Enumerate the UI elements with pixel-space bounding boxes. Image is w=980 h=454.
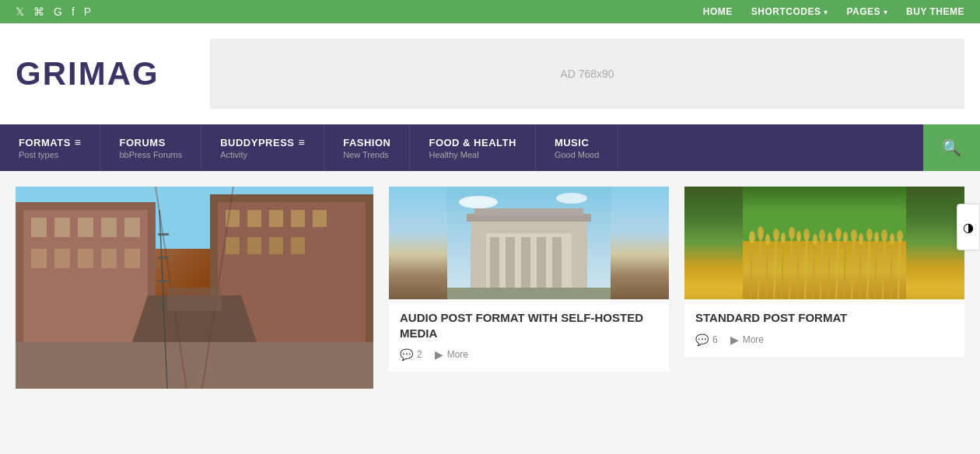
field-image bbox=[684, 187, 964, 299]
svg-point-72 bbox=[773, 229, 779, 241]
nav-item-formats[interactable]: FORMATS ≡ Post types bbox=[0, 124, 100, 171]
facebook-icon[interactable]: f bbox=[72, 5, 75, 18]
card-standard-post: STANDARD POST FORMAT 💬 6 ▶ More bbox=[684, 187, 964, 357]
svg-rect-25 bbox=[16, 342, 373, 389]
street-image bbox=[16, 187, 373, 389]
standard-post-title: STANDARD POST FORMAT bbox=[695, 310, 954, 326]
pages-chevron-icon: ▾ bbox=[884, 8, 887, 16]
twitter-icon[interactable]: 𝕏 bbox=[16, 5, 24, 18]
standard-post-comment-count: 6 bbox=[712, 334, 718, 345]
svg-point-76 bbox=[803, 229, 810, 241]
svg-point-45 bbox=[459, 196, 498, 208]
comment-icon: 💬 bbox=[695, 334, 709, 346]
svg-rect-11 bbox=[101, 249, 117, 268]
svg-rect-6 bbox=[101, 218, 117, 237]
formats-subtitle: Post types bbox=[19, 150, 81, 159]
svg-rect-30 bbox=[158, 257, 169, 259]
svg-rect-31 bbox=[158, 280, 169, 282]
svg-point-85 bbox=[874, 232, 879, 243]
pages-dropdown[interactable]: PAGES ▾ bbox=[846, 6, 887, 17]
standard-post-more-link[interactable]: ▶ More bbox=[730, 334, 764, 346]
home-link[interactable]: HOME bbox=[703, 6, 733, 17]
card-large-street bbox=[16, 187, 373, 389]
svg-rect-32 bbox=[158, 303, 169, 306]
svg-rect-21 bbox=[247, 237, 261, 254]
shortcodes-dropdown[interactable]: SHORTCODES ▾ bbox=[751, 6, 828, 17]
svg-rect-12 bbox=[124, 249, 140, 268]
audio-post-comment-count: 2 bbox=[417, 349, 422, 360]
svg-rect-16 bbox=[247, 210, 261, 227]
sidebar-toggle[interactable]: ◑ bbox=[957, 204, 980, 250]
svg-point-74 bbox=[789, 227, 795, 239]
svg-point-77 bbox=[813, 234, 817, 245]
svg-rect-23 bbox=[291, 237, 305, 254]
shortcodes-chevron-icon: ▾ bbox=[824, 8, 828, 16]
nav-item-music[interactable]: MUSIC Good Mood bbox=[536, 124, 618, 171]
svg-point-80 bbox=[835, 228, 842, 240]
svg-point-87 bbox=[890, 233, 894, 244]
pages-link[interactable]: PAGES bbox=[846, 6, 880, 17]
fashion-title: FASHION bbox=[343, 137, 390, 148]
buy-theme-link[interactable]: BUY THEME bbox=[906, 6, 964, 17]
svg-point-82 bbox=[851, 229, 857, 242]
shortcodes-link[interactable]: SHORTCODES bbox=[751, 6, 821, 17]
svg-point-73 bbox=[781, 232, 786, 243]
svg-rect-18 bbox=[291, 210, 305, 227]
pinterest-icon[interactable]: P bbox=[84, 5, 91, 18]
svg-point-79 bbox=[828, 232, 832, 243]
svg-point-83 bbox=[859, 233, 863, 244]
buddypress-menu-icon: ≡ bbox=[298, 136, 305, 148]
svg-rect-8 bbox=[31, 249, 47, 268]
content-area: AUDIO POST FORMAT WITH SELF-HOSTED MEDIA… bbox=[0, 171, 980, 404]
standard-post-content: STANDARD POST FORMAT 💬 6 ▶ More bbox=[684, 299, 964, 357]
svg-rect-4 bbox=[54, 218, 70, 237]
audio-post-content: AUDIO POST FORMAT WITH SELF-HOSTED MEDIA… bbox=[389, 299, 669, 372]
audio-post-meta: 💬 2 ▶ More bbox=[400, 348, 658, 361]
audio-post-more-link[interactable]: ▶ More bbox=[435, 348, 468, 361]
card-audio-post: AUDIO POST FORMAT WITH SELF-HOSTED MEDIA… bbox=[389, 187, 669, 372]
svg-point-71 bbox=[765, 234, 770, 245]
svg-rect-33 bbox=[167, 288, 222, 311]
top-bar: 𝕏 ⌘ G f P HOME SHORTCODES ▾ PAGES ▾ BUY … bbox=[0, 0, 980, 23]
nav-item-buddypress[interactable]: BUDDYPRESS ≡ Activity bbox=[201, 124, 324, 171]
svg-rect-43 bbox=[474, 208, 583, 216]
fashion-subtitle: New Trends bbox=[343, 150, 390, 159]
standard-post-meta: 💬 6 ▶ More bbox=[695, 334, 954, 346]
formats-title: FORMATS ≡ bbox=[19, 136, 81, 148]
svg-point-75 bbox=[796, 231, 801, 242]
sidebar-toggle-icon: ◑ bbox=[963, 220, 974, 235]
nav-item-forums[interactable]: FORUMS bbPress Forums bbox=[100, 124, 201, 171]
svg-rect-44 bbox=[447, 288, 611, 299]
audio-post-title: AUDIO POST FORMAT WITH SELF-HOSTED MEDIA bbox=[400, 310, 658, 340]
svg-rect-10 bbox=[78, 249, 93, 268]
formats-menu-icon: ≡ bbox=[75, 136, 82, 148]
standard-post-comments[interactable]: 💬 6 bbox=[695, 334, 718, 346]
building-image bbox=[389, 187, 669, 299]
svg-rect-19 bbox=[313, 210, 327, 227]
ad-banner: AD 768x90 bbox=[210, 39, 964, 109]
svg-point-81 bbox=[843, 232, 848, 243]
site-logo[interactable]: GRIMAG bbox=[16, 55, 187, 93]
svg-point-46 bbox=[556, 193, 587, 204]
svg-rect-9 bbox=[54, 249, 70, 268]
svg-point-88 bbox=[897, 230, 903, 243]
google-plus-icon[interactable]: G bbox=[54, 5, 62, 18]
nav-item-food-health[interactable]: FOOD & HEALTH Healthy Meal bbox=[410, 124, 535, 171]
svg-rect-22 bbox=[269, 237, 283, 254]
rss-icon[interactable]: ⌘ bbox=[33, 5, 44, 18]
social-links: 𝕏 ⌘ G f P bbox=[16, 5, 91, 18]
svg-rect-3 bbox=[31, 218, 47, 237]
standard-post-more-label: More bbox=[743, 334, 764, 345]
top-nav: HOME SHORTCODES ▾ PAGES ▾ BUY THEME bbox=[703, 6, 964, 17]
main-nav: FORMATS ≡ Post types FORUMS bbPress Foru… bbox=[0, 124, 980, 171]
search-button[interactable]: 🔍 bbox=[923, 124, 980, 171]
svg-point-78 bbox=[819, 229, 825, 242]
food-health-title: FOOD & HEALTH bbox=[429, 137, 516, 148]
svg-rect-17 bbox=[269, 210, 283, 227]
header: GRIMAG AD 768x90 bbox=[0, 23, 980, 124]
svg-rect-5 bbox=[78, 218, 93, 237]
audio-post-comments[interactable]: 💬 2 bbox=[400, 348, 422, 361]
nav-item-fashion[interactable]: FASHION New Trends bbox=[324, 124, 410, 171]
search-icon: 🔍 bbox=[942, 138, 961, 157]
food-health-subtitle: Healthy Meal bbox=[429, 150, 516, 159]
